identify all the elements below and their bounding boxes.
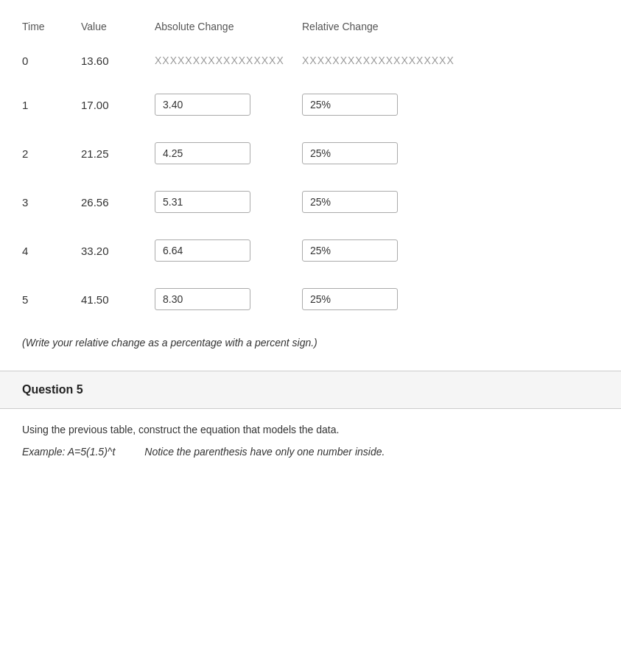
cell-absolute-0: XXXXXXXXXXXXXXXXX [155,55,302,67]
xx-relative: XXXXXXXXXXXXXXXXXXXX [302,55,455,66]
cell-absolute-4 [155,239,302,262]
header-relative: Relative Change [302,21,464,32]
cell-time-2: 2 [22,147,81,160]
cell-value-1: 17.00 [81,99,155,111]
relative-input-3[interactable] [302,191,398,213]
cell-value-2: 21.25 [81,147,155,160]
cell-absolute-3 [155,191,302,213]
cell-value-5: 41.50 [81,293,155,306]
data-table: Time Value Absolute Change Relative Chan… [22,15,599,323]
absolute-input-1[interactable] [155,94,250,116]
cell-relative-2 [302,142,464,164]
cell-relative-3 [302,191,464,213]
table-row: 5 41.50 [22,275,599,323]
cell-relative-0: XXXXXXXXXXXXXXXXXXXX [302,55,464,67]
absolute-input-4[interactable] [155,239,250,262]
example-row: Example: A=5(1.5)^t Notice the parenthes… [22,446,599,458]
header-absolute: Absolute Change [155,21,302,32]
table-row: 0 13.60 XXXXXXXXXXXXXXXXX XXXXXXXXXXXXXX… [22,41,599,80]
relative-input-4[interactable] [302,239,398,262]
cell-value-4: 33.20 [81,245,155,257]
question-5-header: Question 5 [0,371,621,409]
cell-time-3: 3 [22,196,81,209]
table-section: Time Value Absolute Change Relative Chan… [0,0,621,371]
cell-relative-1 [302,94,464,116]
note-text: (Write your relative change as a percent… [22,337,599,349]
xx-absolute: XXXXXXXXXXXXXXXXX [155,55,284,66]
cell-time-5: 5 [22,293,81,306]
cell-value-3: 26.56 [81,196,155,209]
cell-value-0: 13.60 [81,55,155,67]
cell-time-1: 1 [22,99,81,111]
cell-relative-4 [302,239,464,262]
relative-input-5[interactable] [302,288,398,310]
cell-relative-5 [302,288,464,310]
absolute-input-5[interactable] [155,288,250,310]
table-row: 2 21.25 [22,129,599,178]
question-5-text: Using the previous table, construct the … [22,424,599,435]
question-5-title: Question 5 [22,383,599,396]
relative-input-2[interactable] [302,142,398,164]
absolute-input-2[interactable] [155,142,250,164]
table-row: 3 26.56 [22,178,599,226]
cell-absolute-2 [155,142,302,164]
example-label: Example: A=5(1.5)^t [22,446,115,458]
cell-time-4: 4 [22,245,81,257]
cell-absolute-1 [155,94,302,116]
table-row: 1 17.00 [22,80,599,129]
table-row: 4 33.20 [22,226,599,275]
header-value: Value [81,21,155,32]
cell-time-0: 0 [22,55,81,67]
question-5-body: Using the previous table, construct the … [0,409,621,472]
example-note: Notice the parenthesis have only one num… [144,446,385,458]
relative-input-1[interactable] [302,94,398,116]
absolute-input-3[interactable] [155,191,250,213]
header-time: Time [22,21,81,32]
table-header: Time Value Absolute Change Relative Chan… [22,15,599,41]
cell-absolute-5 [155,288,302,310]
